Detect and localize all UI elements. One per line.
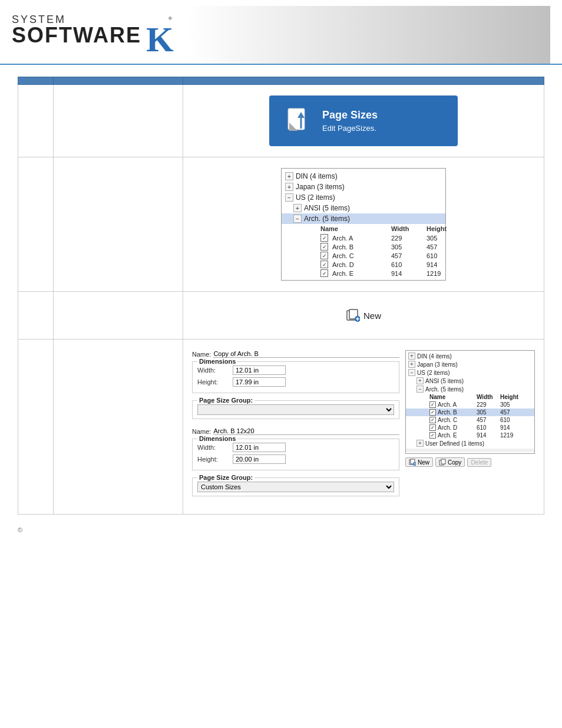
- table-row: + DIN (4 items) + Japan (3 items) − US (…: [18, 157, 544, 292]
- rt-row-arch-c[interactable]: ✓ Arch. C 457 610: [406, 416, 534, 424]
- row4-desc: [54, 340, 183, 515]
- col-header-content: [183, 77, 544, 85]
- tree-item-din[interactable]: + DIN (4 items): [282, 171, 445, 182]
- form2-width-label: Width:: [197, 444, 233, 451]
- col-header-num: [18, 77, 54, 85]
- col-header-desc: [54, 77, 183, 85]
- svg-rect-15: [441, 459, 445, 464]
- tree-row-arch-a[interactable]: ✓ Arch. A 229 305: [282, 233, 445, 242]
- right-panel: + DIN (4 items) + Japan (3 items) − US (…: [405, 350, 535, 503]
- copy-icon: [439, 459, 446, 466]
- delete-label: Delete: [471, 459, 488, 466]
- row1-desc: [54, 85, 183, 157]
- form-panel: Name: Dimensions Width:: [192, 350, 399, 503]
- rt-item-user-defined[interactable]: + User Defined (1 items): [406, 439, 534, 447]
- rt-item-din[interactable]: + DIN (4 items): [406, 352, 534, 360]
- form1-psg-select[interactable]: [197, 404, 394, 415]
- row2-desc: [54, 157, 183, 292]
- col-name: Name: [320, 225, 391, 232]
- form2-name-input[interactable]: [213, 427, 399, 435]
- form1-psg-label: Page Size Group:: [197, 397, 254, 404]
- rt-check-arch-c[interactable]: ✓: [429, 417, 436, 423]
- copy-button[interactable]: Copy: [435, 457, 465, 467]
- rt-row-arch-a[interactable]: ✓ Arch. A 229 305: [406, 401, 534, 409]
- check-arch-a[interactable]: ✓: [320, 234, 328, 242]
- rt-expand-ansi[interactable]: +: [416, 377, 424, 384]
- form1-width-label: Width:: [197, 367, 233, 374]
- right-tree[interactable]: + DIN (4 items) + Japan (3 items) − US (…: [405, 350, 535, 454]
- check-arch-c[interactable]: ✓: [320, 252, 328, 259]
- rt-check-arch-d[interactable]: ✓: [429, 424, 436, 431]
- rt-check-arch-b[interactable]: ✓: [429, 409, 436, 416]
- row3-desc: [54, 292, 183, 340]
- rt-row-arch-b[interactable]: ✓ Arch. B 305 457: [406, 409, 534, 416]
- new-small-label: New: [418, 459, 429, 466]
- page-sizes-text: Page Sizes Edit PageSizes.: [322, 109, 378, 133]
- expand-arch[interactable]: −: [293, 215, 302, 223]
- rt-row-arch-e[interactable]: ✓ Arch. E 914 1219: [406, 431, 534, 439]
- page-sizes-subtitle: Edit PageSizes.: [322, 124, 378, 133]
- tree-row-arch-d[interactable]: ✓ Arch. D 610 914: [282, 260, 445, 269]
- doc-table: Page Sizes Edit PageSizes. + DIN (4 item…: [18, 77, 544, 515]
- expand-us[interactable]: −: [285, 193, 293, 202]
- header: SYSTEM SOFTWARE ✦ K: [0, 0, 562, 65]
- tree-item-japan[interactable]: + Japan (3 items): [282, 182, 445, 192]
- form1-name-input[interactable]: [213, 350, 399, 358]
- new-small-button[interactable]: New: [405, 457, 433, 467]
- check-arch-e[interactable]: ✓: [320, 269, 328, 277]
- rt-item-japan[interactable]: + Japan (3 items): [406, 360, 534, 368]
- form2-name-label: Name:: [192, 428, 211, 435]
- tree-row-arch-b[interactable]: ✓ Arch. B 305 457: [282, 242, 445, 251]
- delete-button[interactable]: Delete: [467, 458, 491, 467]
- table-row: Page Sizes Edit PageSizes.: [18, 85, 544, 157]
- form1-height-field: Height:: [197, 377, 394, 387]
- row4-content: Name: Dimensions Width:: [183, 340, 544, 515]
- new-button-area: New: [189, 297, 538, 334]
- logo-software-text: SOFTWARE: [12, 25, 141, 46]
- expand-japan[interactable]: +: [285, 183, 293, 191]
- new-label: New: [363, 311, 381, 321]
- tree-label-ansi: ANSI (5 items): [304, 204, 350, 212]
- rt-item-us[interactable]: − US (2 items): [406, 368, 534, 377]
- tree-item-us[interactable]: − US (2 items): [282, 192, 445, 203]
- rt-row-arch-d[interactable]: ✓ Arch. D 610 914: [406, 424, 534, 431]
- expand-din[interactable]: +: [285, 172, 293, 180]
- form1-width-input[interactable]: [233, 365, 286, 375]
- check-arch-b[interactable]: ✓: [320, 243, 328, 251]
- rt-check-arch-e[interactable]: ✓: [429, 432, 436, 439]
- rt-expand-japan[interactable]: +: [408, 361, 415, 368]
- tree-label-us: US (2 items): [296, 193, 335, 202]
- col-height: Height: [427, 225, 462, 232]
- rt-expand-user-defined[interactable]: +: [416, 440, 424, 447]
- copyright-symbol: ©: [18, 526, 22, 533]
- rt-expand-us[interactable]: −: [408, 369, 415, 376]
- tree-item-ansi[interactable]: + ANSI (5 items): [282, 203, 445, 213]
- rt-expand-arch[interactable]: −: [416, 386, 424, 393]
- form1-height-input[interactable]: [233, 377, 286, 387]
- table-row: Name: Dimensions Width:: [18, 340, 544, 515]
- tree-widget[interactable]: + DIN (4 items) + Japan (3 items) − US (…: [281, 168, 446, 281]
- scrollbar-area: [406, 449, 534, 452]
- rt-check-arch-a[interactable]: ✓: [429, 401, 436, 408]
- rt-item-ansi[interactable]: + ANSI (5 items): [406, 377, 534, 385]
- form2-name-row: Name:: [192, 427, 399, 435]
- row4-num: [18, 340, 54, 515]
- tree-row-arch-e[interactable]: ✓ Arch. E 914 1219: [282, 269, 445, 278]
- new-button[interactable]: New: [346, 308, 381, 322]
- tree-label-japan: Japan (3 items): [296, 183, 345, 191]
- tree-item-arch[interactable]: − Arch. (5 items): [282, 213, 445, 224]
- form1-dimensions: Dimensions Width: Height:: [192, 361, 399, 393]
- rt-item-arch[interactable]: − Arch. (5 items): [406, 385, 534, 393]
- form2-width-field: Width:: [197, 443, 394, 452]
- col-width: Width: [391, 225, 427, 232]
- expand-ansi[interactable]: +: [293, 204, 302, 212]
- rt-expand-din[interactable]: +: [408, 353, 415, 360]
- tree-row-arch-c[interactable]: ✓ Arch. C 457 610: [282, 251, 445, 260]
- form2-psg-select[interactable]: Custom Sizes: [197, 482, 394, 492]
- form1-dimensions-label: Dimensions: [197, 358, 237, 365]
- check-arch-d[interactable]: ✓: [320, 261, 328, 268]
- row3-content: New: [183, 292, 544, 340]
- form2-height-input[interactable]: [233, 454, 286, 464]
- form2-width-input[interactable]: [233, 443, 286, 452]
- page-sizes-icon: [283, 106, 313, 136]
